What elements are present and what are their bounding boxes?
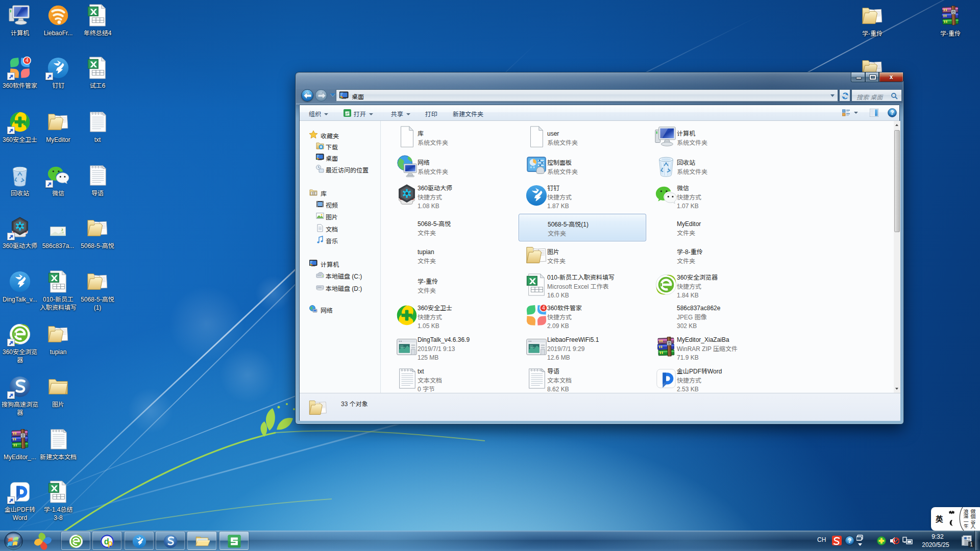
svg-text:1: 1 (970, 542, 973, 547)
svg-text:?: ? (848, 537, 851, 544)
svg-text:?: ? (890, 109, 894, 116)
svg-text:p: p (108, 538, 113, 547)
